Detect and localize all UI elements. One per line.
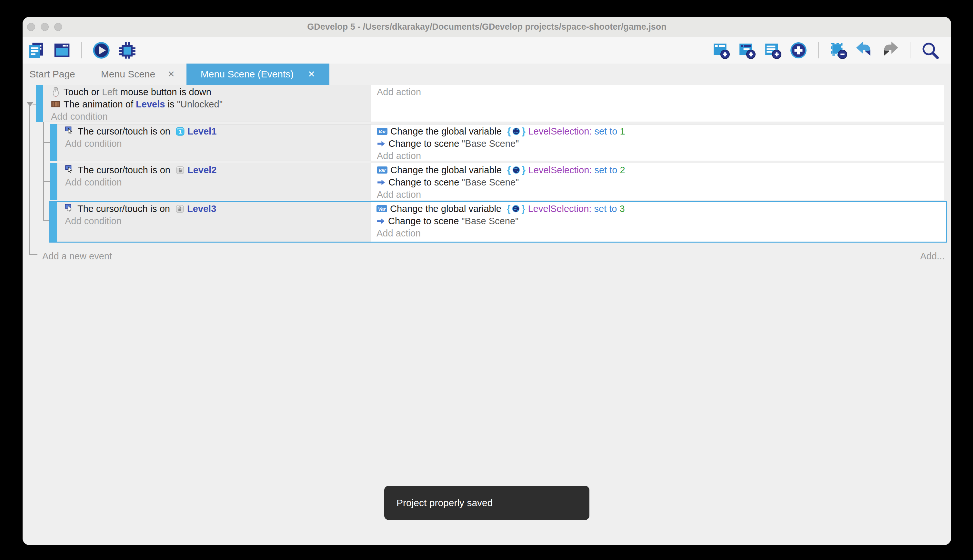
global-variable-globe-icon bbox=[512, 166, 520, 174]
event-row-main[interactable]: Touch or Left mouse button is down The a… bbox=[36, 85, 944, 122]
minimize-window-button[interactable] bbox=[41, 23, 49, 31]
add-action-link[interactable]: Add action bbox=[372, 188, 944, 201]
scene-editor-icon[interactable] bbox=[53, 41, 71, 59]
window-title: GDevelop 5 - /Users/dkarakay/Documents/G… bbox=[23, 17, 951, 37]
action-line[interactable]: Change to scene "Base Scene" bbox=[372, 176, 944, 188]
change-scene-arrow-icon bbox=[377, 178, 385, 187]
conditions-column: Touch or Left mouse button is down The a… bbox=[43, 85, 372, 122]
add-subevent-icon[interactable] bbox=[738, 42, 756, 59]
conditions-column: The cursor/touch is on Level2 Add condit… bbox=[57, 163, 372, 200]
add-comment-icon[interactable] bbox=[764, 42, 781, 59]
toolbar-divider bbox=[910, 42, 910, 58]
mouse-icon bbox=[51, 87, 61, 97]
add-condition-link[interactable]: Add condition bbox=[57, 176, 371, 188]
action-line[interactable]: Var Change the global variable { } Level… bbox=[371, 203, 946, 215]
actions-column: Var Change the global variable { } Level… bbox=[372, 125, 944, 161]
condition-line[interactable]: Touch or Left mouse button is down bbox=[43, 86, 371, 98]
project-manager-icon[interactable] bbox=[27, 41, 45, 59]
conditions-column: The cursor/touch is on Level3 Add condit… bbox=[57, 202, 371, 242]
toast-message: Project properly saved bbox=[397, 497, 493, 508]
tab-label: Menu Scene (Events) bbox=[201, 69, 293, 80]
zoom-window-button[interactable] bbox=[54, 23, 62, 31]
event-bar bbox=[50, 124, 57, 161]
tab-menu-scene-events[interactable]: Menu Scene (Events) ✕ bbox=[187, 63, 329, 85]
change-scene-arrow-icon bbox=[377, 139, 385, 148]
event-bar bbox=[50, 202, 57, 242]
action-line[interactable]: Change to scene "Base Scene" bbox=[372, 137, 944, 150]
svg-text:1: 1 bbox=[179, 129, 182, 135]
cursor-icon bbox=[65, 127, 75, 136]
redo-icon[interactable] bbox=[881, 42, 899, 59]
add-condition-link[interactable]: Add condition bbox=[57, 137, 371, 150]
add-new-event-link[interactable]: Add a new event bbox=[42, 250, 112, 262]
undo-icon[interactable] bbox=[856, 42, 873, 59]
toolbar bbox=[23, 37, 951, 63]
action-line[interactable]: Var Change the global variable { } Level… bbox=[372, 125, 944, 137]
global-variable-globe-icon bbox=[512, 127, 520, 135]
titlebar: GDevelop 5 - /Users/dkarakay/Documents/G… bbox=[23, 17, 951, 37]
lock-icon bbox=[175, 205, 184, 213]
change-scene-arrow-icon bbox=[377, 217, 385, 225]
tab-close-icon[interactable]: ✕ bbox=[308, 69, 315, 79]
add-more-link[interactable]: Add... bbox=[920, 250, 945, 262]
global-variable-globe-icon bbox=[512, 205, 520, 213]
actions-column: Add action bbox=[372, 85, 944, 122]
actions-column: Var Change the global variable { } Level… bbox=[372, 163, 944, 200]
delete-selection-icon[interactable] bbox=[830, 42, 847, 59]
collapse-triangle-icon[interactable] bbox=[27, 102, 33, 107]
cursor-icon bbox=[65, 165, 75, 175]
action-line[interactable]: Change to scene "Base Scene" bbox=[371, 215, 946, 227]
action-line[interactable]: Var Change the global variable { } Level… bbox=[372, 164, 944, 176]
gdevelop-window: GDevelop 5 - /Users/dkarakay/Documents/G… bbox=[23, 17, 951, 545]
tab-close-icon[interactable]: ✕ bbox=[167, 69, 175, 79]
traffic-lights bbox=[27, 17, 62, 37]
add-action-link[interactable]: Add action bbox=[371, 227, 946, 239]
condition-line[interactable]: The cursor/touch is on Level3 bbox=[57, 203, 371, 215]
search-icon[interactable] bbox=[921, 42, 939, 59]
toolbar-divider bbox=[818, 42, 819, 58]
event-row-level1[interactable]: The cursor/touch is on 1 Level1 Add cond… bbox=[50, 124, 944, 161]
condition-line[interactable]: The cursor/touch is on 1 Level1 bbox=[57, 125, 371, 137]
cursor-icon bbox=[65, 204, 75, 213]
add-action-link[interactable]: Add action bbox=[372, 150, 944, 162]
variable-badge-icon: Var bbox=[377, 205, 387, 212]
debug-icon[interactable] bbox=[118, 41, 136, 59]
condition-line[interactable]: The animation of Levels is "Unlocked" bbox=[43, 98, 371, 110]
level1-object-icon: 1 bbox=[176, 127, 185, 136]
actions-column: Var Change the global variable { } Level… bbox=[371, 202, 946, 242]
tab-start-page[interactable]: Start Page bbox=[23, 63, 89, 85]
add-condition-link[interactable]: Add condition bbox=[43, 110, 371, 123]
preview-play-icon[interactable] bbox=[92, 41, 110, 59]
event-bar bbox=[50, 163, 57, 200]
event-row-level3[interactable]: The cursor/touch is on Level3 Add condit… bbox=[49, 201, 947, 243]
condition-line[interactable]: The cursor/touch is on Level2 bbox=[57, 164, 371, 176]
lock-icon bbox=[176, 166, 185, 175]
animation-icon bbox=[51, 99, 61, 109]
add-event-icon[interactable] bbox=[712, 42, 730, 59]
events-sheet: Touch or Left mouse button is down The a… bbox=[23, 85, 951, 545]
add-condition-link[interactable]: Add condition bbox=[57, 215, 371, 227]
event-row-level2[interactable]: The cursor/touch is on Level2 Add condit… bbox=[50, 163, 944, 200]
add-more-events-icon[interactable] bbox=[790, 42, 807, 59]
tab-bar: Start Page Menu Scene ✕ Menu Scene (Even… bbox=[23, 63, 951, 85]
toolbar-divider bbox=[81, 42, 82, 58]
tab-menu-scene[interactable]: Menu Scene ✕ bbox=[89, 63, 187, 85]
conditions-column: The cursor/touch is on 1 Level1 Add cond… bbox=[57, 125, 372, 161]
variable-badge-icon: Var bbox=[377, 167, 387, 173]
save-toast: Project properly saved bbox=[384, 486, 590, 520]
close-window-button[interactable] bbox=[27, 23, 35, 31]
add-action-link[interactable]: Add action bbox=[372, 86, 944, 98]
tab-label: Menu Scene bbox=[101, 69, 155, 80]
variable-badge-icon: Var bbox=[377, 128, 387, 135]
event-bar bbox=[36, 85, 43, 122]
tab-label: Start Page bbox=[29, 69, 75, 80]
